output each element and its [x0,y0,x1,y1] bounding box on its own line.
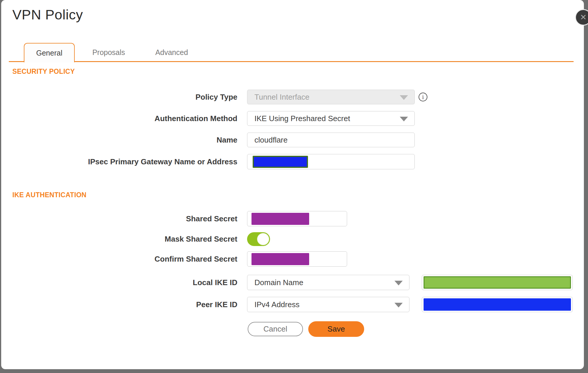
shared-secret-label: Shared Secret [0,211,237,226]
redacted-local-ike-id-value [424,276,571,289]
tab-advanced[interactable]: Advanced [146,43,197,62]
peer-ike-id-value-input[interactable] [422,297,573,312]
local-ike-id-type-select[interactable]: Domain Name [247,275,409,290]
name-value: cloudflare [254,136,288,145]
local-ike-id-label: Local IKE ID [0,275,237,290]
mask-shared-secret-toggle[interactable] [247,232,270,246]
confirm-shared-secret-input[interactable] [247,251,347,267]
redacted-peer-ike-id-value [424,298,571,311]
redacted-confirm-secret-value [251,253,309,265]
info-icon[interactable]: i [419,93,427,101]
policy-type-label: Policy Type [0,90,237,104]
policy-type-value: Tunnel Interface [254,93,309,102]
ipsec-gateway-label: IPsec Primary Gateway Name or Address [0,154,237,169]
chevron-down-icon [394,281,403,285]
section-security-policy: SECURITY POLICY [12,68,75,76]
name-input[interactable]: cloudflare [247,133,415,147]
tab-bar: General Proposals Advanced [0,0,588,62]
local-ike-id-type-value: Domain Name [254,278,303,287]
policy-type-select: Tunnel Interface [247,90,415,104]
redacted-gateway-value [253,156,308,168]
confirm-shared-secret-label: Confirm Shared Secret [0,251,237,267]
local-ike-id-value-input[interactable] [422,275,573,290]
redacted-shared-secret-value [251,213,309,225]
peer-ike-id-type-select[interactable]: IPv4 Address [247,297,409,312]
cancel-button[interactable]: Cancel [248,322,303,336]
chevron-down-icon [400,117,408,121]
chevron-down-icon [394,303,403,307]
section-ike-authentication: IKE AUTHENTICATION [12,191,86,199]
save-button[interactable]: Save [308,321,364,337]
authentication-method-select[interactable]: IKE Using Preshared Secret [247,111,415,126]
peer-ike-id-type-value: IPv4 Address [254,300,299,309]
toggle-knob [257,233,269,245]
authentication-method-value: IKE Using Preshared Secret [254,114,350,123]
ipsec-gateway-input[interactable] [247,154,415,169]
shared-secret-input[interactable] [247,211,347,226]
peer-ike-id-label: Peer IKE ID [0,297,237,312]
mask-shared-secret-label: Mask Shared Secret [0,232,237,246]
tab-proposals[interactable]: Proposals [83,43,134,62]
authentication-method-label: Authentication Method [0,111,237,126]
tab-general[interactable]: General [24,43,75,62]
chevron-down-icon [400,95,408,100]
name-label: Name [0,133,237,147]
